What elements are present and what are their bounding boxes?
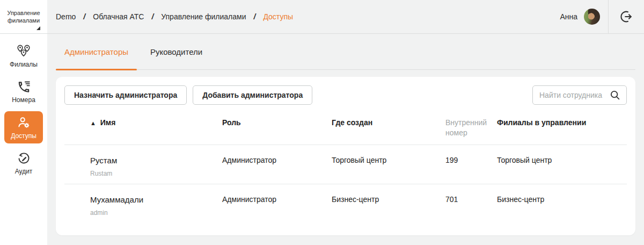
employee-login: Rustam: [90, 170, 222, 177]
sidebar-item-label: Аудит: [15, 168, 33, 175]
map-pins-icon: [16, 45, 31, 59]
column-header-role: Роль: [222, 118, 332, 138]
employee-name: Мухаммадали: [90, 195, 222, 204]
collapse-triangle-icon: [36, 26, 40, 30]
employee-branches: Бизнес-центр: [497, 195, 627, 217]
employee-name: Рустам: [90, 156, 222, 165]
breadcrumb-item-access: Доступы: [263, 12, 293, 21]
column-header-extension: Внутренний номер: [445, 118, 497, 138]
search-icon: [609, 89, 621, 101]
topbar: Demo / Облачная АТС / Управление филиала…: [47, 0, 644, 34]
search-box[interactable]: [532, 85, 627, 105]
tabs: Администраторы Руководители: [56, 34, 635, 70]
breadcrumb-separator: /: [83, 12, 85, 21]
phone-list-icon: [17, 80, 31, 94]
breadcrumb-separator: /: [151, 12, 153, 21]
employee-branches: Торговый центр: [497, 156, 627, 177]
sidebar-item-label: Филиалы: [10, 61, 38, 68]
admins-table: ▲ Имя Роль Где создан Внутренний номер Ф…: [64, 110, 627, 223]
sidebar-item-label: Номера: [12, 96, 35, 104]
employee-role: Администратор: [222, 156, 332, 177]
tab-label: Администраторы: [64, 47, 128, 56]
app-title[interactable]: Управление филиалами: [0, 0, 47, 34]
tab-managers[interactable]: Руководители: [137, 34, 216, 69]
audit-pencil-icon: [17, 151, 31, 165]
sidebar-item-numbers[interactable]: Номера: [4, 76, 43, 108]
card-toolbar: Назначить администратора Добавить админи…: [56, 77, 635, 110]
breadcrumb-item-cloud-pbx[interactable]: Облачная АТС: [93, 12, 144, 21]
user-name: Анна: [560, 12, 577, 21]
search-input[interactable]: [539, 91, 609, 99]
main-area: Demo / Облачная АТС / Управление филиала…: [47, 0, 644, 245]
app-window: Управление филиалами: [0, 0, 644, 245]
breadcrumb-item-demo[interactable]: Demo: [56, 12, 76, 21]
employee-created-in: Торговый центр: [332, 156, 445, 177]
sidebar-item-audit[interactable]: Аудит: [4, 147, 43, 179]
user-gear-icon: [16, 115, 31, 130]
column-header-created-in: Где создан: [332, 118, 445, 138]
avatar[interactable]: [584, 9, 600, 25]
breadcrumb-item-branch-management[interactable]: Управление филиалами: [161, 12, 246, 21]
tab-label: Руководители: [150, 47, 202, 56]
sidebar-item-access[interactable]: Доступы: [4, 111, 43, 143]
logout-button[interactable]: [609, 0, 644, 33]
column-header-branches: Филиалы в управлении: [497, 118, 627, 138]
employee-role: Администратор: [222, 195, 332, 217]
app-title-line1: Управление: [7, 9, 40, 17]
add-admin-button[interactable]: Добавить администратора: [193, 85, 312, 105]
table-row[interactable]: Мухаммадали admin Администратор Бизнес-ц…: [64, 184, 627, 223]
admins-card: Назначить администратора Добавить админи…: [56, 77, 635, 235]
topbar-user-area: Анна: [560, 0, 644, 33]
sidebar-item-label: Доступы: [11, 132, 36, 140]
breadcrumb: Demo / Облачная АТС / Управление филиала…: [56, 12, 293, 21]
status-column-header: [64, 118, 90, 138]
sidebar-nav: Филиалы Номера: [0, 34, 47, 182]
employee-extension: 199: [445, 156, 497, 177]
employee-created-in: Бизнес-центр: [332, 195, 445, 217]
logout-icon: [619, 9, 634, 24]
sidebar: Управление филиалами: [0, 0, 47, 245]
breadcrumb-separator: /: [254, 12, 256, 21]
page-content: Администраторы Руководители Назначить ад…: [47, 34, 644, 245]
employee-login: admin: [90, 209, 222, 217]
employee-extension: 701: [445, 195, 497, 217]
app-title-line2: филиалами: [8, 17, 40, 24]
assign-admin-button[interactable]: Назначить администратора: [64, 85, 187, 105]
sidebar-item-branches[interactable]: Филиалы: [4, 40, 43, 73]
table-row[interactable]: Рустам Rustam Администратор Торговый цен…: [64, 145, 627, 184]
column-header-name[interactable]: ▲ Имя: [90, 118, 222, 138]
tab-administrators[interactable]: Администраторы: [56, 34, 137, 69]
sort-asc-icon: ▲: [90, 120, 96, 126]
table-header-row: ▲ Имя Роль Где создан Внутренний номер Ф…: [64, 110, 627, 145]
